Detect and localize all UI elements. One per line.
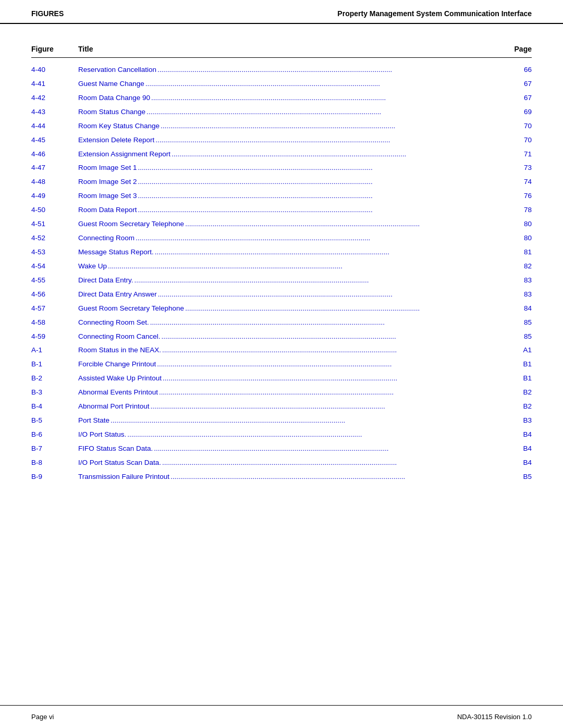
- toc-title-area: Guest Room Secretary Telephone .........…: [78, 219, 500, 230]
- toc-title-area: Room Image Set 3 .......................…: [78, 191, 500, 202]
- footer-right: NDA-30115 Revision 1.0: [457, 713, 532, 721]
- toc-page: 80: [500, 219, 532, 230]
- toc-title-text: Extension Assignment Report: [78, 149, 170, 160]
- toc-title-area: I/O Port Status Scan Data. .............…: [78, 458, 500, 468]
- toc-title-area: Room Key Status Change .................…: [78, 121, 500, 132]
- toc-figure: A-1: [31, 345, 78, 356]
- toc-page: 85: [500, 331, 532, 342]
- toc-dots: ........................................…: [156, 65, 500, 76]
- page-container: FIGURES Property Management System Commu…: [0, 0, 563, 728]
- page-footer: Page vi NDA-30115 Revision 1.0: [0, 705, 563, 728]
- toc-dots: ........................................…: [161, 345, 500, 356]
- toc-title-text: Direct Data Entry.: [78, 275, 133, 286]
- toc-title-text: Direct Data Entry Answer: [78, 289, 157, 300]
- header-right: Property Management System Communication…: [337, 9, 532, 18]
- toc-title-text: Room Image Set 3: [78, 191, 137, 202]
- toc-figure: B-6: [31, 429, 78, 440]
- toc-page: 70: [500, 121, 532, 132]
- toc-page: B1: [500, 359, 532, 370]
- toc-row: 4-55Direct Data Entry. .................…: [31, 274, 532, 288]
- toc-row: 4-54Wake Up ............................…: [31, 260, 532, 274]
- toc-figure: 4-49: [31, 191, 78, 202]
- toc-row: 4-53Message Status Report. .............…: [31, 245, 532, 260]
- toc-page: 71: [500, 149, 532, 160]
- col-page-header: Page: [500, 45, 532, 53]
- toc-page: 73: [500, 163, 532, 174]
- toc-row: 4-58Connecting Room Set. ...............…: [31, 316, 532, 330]
- toc-dots: ........................................…: [160, 121, 500, 132]
- toc-figure: 4-57: [31, 303, 78, 314]
- table-header: Figure Title Page: [31, 40, 532, 58]
- toc-page: 78: [500, 205, 532, 216]
- toc-page: B3: [500, 415, 532, 426]
- toc-title-area: Message Status Report. .................…: [78, 247, 500, 258]
- toc-figure: B-9: [31, 472, 78, 483]
- toc-page: 81: [500, 247, 532, 258]
- toc-title-area: Reservation Cancellation ...............…: [78, 65, 500, 76]
- toc-title-area: FIFO Status Scan Data. .................…: [78, 443, 500, 454]
- toc-page: B4: [500, 458, 532, 468]
- toc-figure: B-2: [31, 373, 78, 384]
- toc-row: 4-42Room Data Change 90 ................…: [31, 91, 532, 105]
- toc-page: B2: [500, 401, 532, 412]
- toc-list: 4-40Reservation Cancellation ...........…: [31, 63, 532, 484]
- toc-page: 69: [500, 107, 532, 118]
- toc-title-text: Connecting Room Set.: [78, 317, 149, 328]
- toc-row: 4-50Room Data Report ...................…: [31, 203, 532, 217]
- toc-title-text: Wake Up: [78, 261, 107, 272]
- toc-figure: 4-54: [31, 261, 78, 272]
- toc-title-text: FIFO Status Scan Data.: [78, 443, 153, 454]
- toc-page: 85: [500, 317, 532, 328]
- toc-dots: ........................................…: [184, 219, 500, 230]
- toc-page: B2: [500, 387, 532, 398]
- toc-title-text: Room Data Report: [78, 205, 137, 216]
- toc-figure: 4-41: [31, 79, 78, 90]
- header-left: FIGURES: [31, 9, 64, 18]
- toc-title-text: Room Key Status Change: [78, 121, 160, 132]
- toc-title-area: Room Status in the NEAX. ...............…: [78, 345, 500, 356]
- toc-figure: B-5: [31, 415, 78, 426]
- toc-title-text: Forcible Change Printout: [78, 359, 156, 370]
- toc-page: 70: [500, 135, 532, 146]
- toc-row: 4-51Guest Room Secretary Telephone .....…: [31, 217, 532, 231]
- toc-title-text: Extension Delete Report: [78, 135, 154, 146]
- toc-figure: 4-40: [31, 65, 78, 76]
- toc-page: 82: [500, 261, 532, 272]
- toc-row: 4-56Direct Data Entry Answer ...........…: [31, 288, 532, 302]
- toc-figure: 4-53: [31, 247, 78, 258]
- toc-title-text: Guest Room Secretary Telephone: [78, 219, 184, 230]
- toc-row: 4-59Connecting Room Cancel. ............…: [31, 330, 532, 344]
- toc-row: B-9Transmission Failure Printout .......…: [31, 470, 532, 484]
- footer-left: Page vi: [31, 713, 54, 721]
- toc-title-area: Port State .............................…: [78, 415, 500, 426]
- toc-title-text: I/O Port Status Scan Data.: [78, 458, 161, 468]
- toc-title-area: Connecting Room ........................…: [78, 233, 500, 244]
- toc-dots: ........................................…: [157, 289, 500, 300]
- toc-row: 4-40Reservation Cancellation ...........…: [31, 63, 532, 77]
- toc-dots: ........................................…: [134, 233, 500, 244]
- toc-title-text: Guest Name Change: [78, 79, 144, 90]
- toc-dots: ........................................…: [161, 331, 500, 342]
- toc-row: B-3Abnormal Events Printout ............…: [31, 386, 532, 400]
- toc-page: 84: [500, 303, 532, 314]
- toc-dots: ........................................…: [154, 135, 500, 146]
- toc-row: 4-52Connecting Room ....................…: [31, 231, 532, 245]
- toc-dots: ........................................…: [133, 275, 500, 286]
- toc-figure: B-3: [31, 387, 78, 398]
- toc-title-area: Room Status Change .....................…: [78, 107, 500, 118]
- main-content: Figure Title Page 4-40Reservation Cancel…: [0, 24, 563, 526]
- toc-title-area: Transmission Failure Printout ..........…: [78, 472, 500, 483]
- toc-dots: ........................................…: [109, 415, 500, 426]
- toc-title-text: Port State: [78, 415, 109, 426]
- toc-dots: ........................................…: [145, 107, 500, 118]
- toc-title-text: Message Status Report.: [78, 247, 154, 258]
- toc-row: 4-43Room Status Change .................…: [31, 105, 532, 119]
- toc-dots: ........................................…: [150, 401, 500, 412]
- toc-row: B-4Abnormal Port Printout ..............…: [31, 400, 532, 414]
- toc-page: B4: [500, 429, 532, 440]
- col-figure-header: Figure: [31, 45, 78, 53]
- toc-title-area: Abnormal Port Printout .................…: [78, 401, 500, 412]
- toc-title-text: Abnormal Events Printout: [78, 387, 158, 398]
- toc-title-area: Room Image Set 2 .......................…: [78, 177, 500, 188]
- toc-figure: 4-47: [31, 163, 78, 174]
